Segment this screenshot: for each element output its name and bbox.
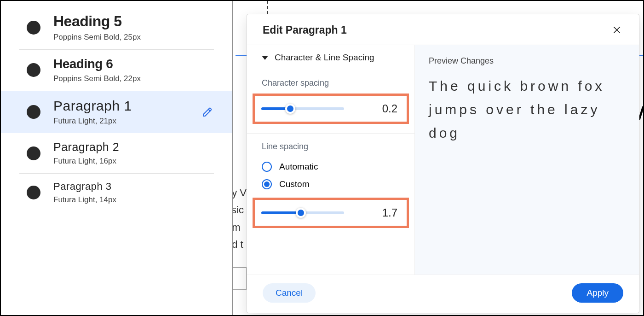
preview-pane: Preview Changes The quick brown fox jump… — [415, 45, 639, 275]
preview-label: Preview Changes — [429, 56, 625, 66]
cancel-button[interactable]: Cancel — [263, 283, 316, 303]
char-spacing-label: Character spacing — [247, 70, 414, 92]
radio-automatic[interactable]: Automatic — [262, 158, 400, 176]
apply-button[interactable]: Apply — [572, 283, 623, 303]
section-title: Character & Line Spacing — [275, 53, 374, 63]
dialog-footer: Cancel Apply — [247, 275, 639, 313]
style-item-heading-6[interactable]: Heading 6Poppins Semi Bold, 22px — [1, 49, 232, 91]
dialog-title: Edit Paragraph 1 — [263, 24, 347, 36]
slider-thumb[interactable] — [296, 208, 306, 218]
edit-style-button[interactable] — [201, 105, 214, 118]
color-swatch — [27, 186, 40, 199]
slider-thumb[interactable] — [285, 104, 295, 114]
dialog-header: Edit Paragraph 1 — [247, 14, 639, 45]
style-name: Paragraph 3 — [53, 181, 214, 193]
radio-custom[interactable]: Custom — [262, 176, 400, 193]
close-icon — [612, 25, 621, 35]
line-spacing-value: 1.7 — [382, 206, 397, 219]
style-item-paragraph-2[interactable]: Paragraph 2Futura Light, 16px — [1, 133, 232, 173]
style-name: Paragraph 1 — [53, 98, 201, 114]
radio-label: Custom — [279, 179, 309, 189]
text-styles-panel: Heading 5Poppins Semi Bold, 25pxHeading … — [1, 1, 233, 315]
style-item-heading-5[interactable]: Heading 5Poppins Semi Bold, 25px — [1, 6, 232, 49]
color-swatch — [27, 146, 40, 160]
style-meta: Futura Light, 14px — [53, 195, 214, 205]
section-toggle[interactable]: Character & Line Spacing — [247, 45, 414, 70]
style-name: Heading 5 — [53, 13, 214, 30]
color-swatch — [27, 105, 40, 119]
style-meta: Poppins Semi Bold, 25px — [53, 33, 214, 42]
style-item-paragraph-1[interactable]: Paragraph 1Futura Light, 21px — [1, 91, 232, 133]
char-spacing-row: 0.2 — [253, 94, 409, 124]
style-item-paragraph-3[interactable]: Paragraph 3Futura Light, 14px — [1, 173, 232, 212]
radio-label: Automatic — [279, 162, 318, 172]
style-meta: Futura Light, 16px — [53, 157, 214, 166]
style-meta: Futura Light, 21px — [53, 117, 201, 126]
preview-text: The quick brown fox jumps over the lazy … — [429, 74, 625, 145]
close-button[interactable] — [610, 23, 623, 36]
color-swatch — [27, 21, 40, 35]
pencil-icon — [202, 106, 213, 117]
line-spacing-row: 1.7 — [253, 198, 409, 228]
color-swatch — [27, 63, 40, 77]
style-name: Paragraph 2 — [53, 140, 214, 154]
chevron-down-icon — [262, 56, 268, 60]
line-spacing-label: Line spacing — [247, 134, 414, 155]
edit-style-dialog: Edit Paragraph 1 Character & Line Spacin… — [247, 14, 639, 313]
dialog-controls: Character & Line Spacing Character spaci… — [247, 45, 415, 275]
line-spacing-mode: Automatic Custom — [247, 155, 414, 196]
style-name: Heading 6 — [53, 57, 214, 71]
char-spacing-slider[interactable] — [261, 104, 344, 113]
char-spacing-value: 0.2 — [382, 102, 397, 115]
line-spacing-slider[interactable] — [261, 208, 344, 217]
style-meta: Poppins Semi Bold, 22px — [53, 74, 214, 83]
